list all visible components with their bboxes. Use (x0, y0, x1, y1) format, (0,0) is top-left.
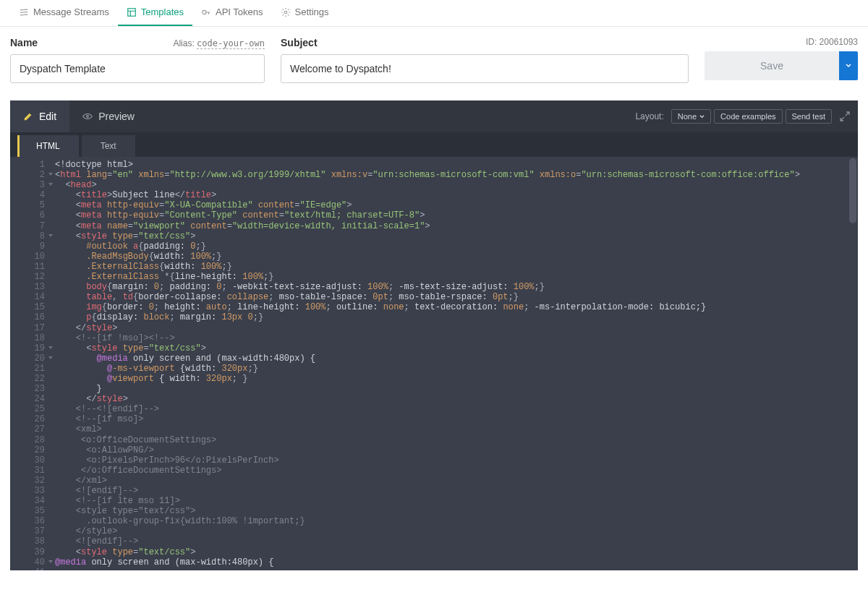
name-input[interactable] (10, 54, 265, 83)
expand-icon[interactable] (839, 111, 851, 122)
nav-item-api-tokens[interactable]: API Tokens (192, 0, 272, 26)
editor-panel: Edit Preview Layout: None Code examples … (10, 100, 858, 570)
svg-point-3 (87, 116, 89, 118)
key-icon (201, 7, 211, 17)
editor-toolbar: Edit Preview Layout: None Code examples … (10, 100, 858, 132)
caret-down-icon (846, 63, 851, 69)
tab-preview[interactable]: Preview (69, 100, 148, 132)
nav-label: API Tokens (216, 7, 263, 17)
nav-label: Message Streams (33, 7, 109, 17)
subject-label: Subject (281, 37, 318, 48)
subject-field-group: Subject (281, 37, 689, 83)
code-content[interactable]: <!doctype html><html lang="en" xmlns="ht… (51, 157, 858, 570)
line-gutter: 1234567891011121314151617181920212223242… (10, 157, 51, 570)
template-icon (127, 7, 137, 17)
subject-input[interactable] (281, 54, 689, 83)
code-editor[interactable]: 1234567891011121314151617181920212223242… (10, 157, 858, 570)
nav-item-message-streams[interactable]: Message Streams (10, 0, 118, 26)
subtab-html[interactable]: HTML (17, 135, 79, 157)
code-examples-button[interactable]: Code examples (714, 109, 782, 124)
gear-icon (281, 7, 291, 17)
stream-icon (19, 7, 29, 17)
nav-label: Templates (141, 7, 184, 17)
name-label: Name (10, 37, 38, 48)
editor-subtabs: HTML Text (10, 132, 858, 157)
template-id: ID: 20061093 (705, 37, 858, 47)
save-button[interactable]: Save (705, 51, 839, 80)
nav-label: Settings (295, 7, 329, 17)
nav-item-settings[interactable]: Settings (272, 0, 338, 26)
pencil-icon (23, 111, 33, 121)
name-field-group: Name Alias: code-your-own (10, 37, 265, 83)
alias-display: Alias: code-your-own (173, 38, 265, 48)
svg-point-1 (203, 10, 206, 14)
eye-icon (82, 111, 93, 121)
save-dropdown-button[interactable] (839, 51, 858, 80)
scrollbar-thumb[interactable] (849, 158, 856, 223)
svg-point-2 (284, 11, 287, 14)
nav-item-templates[interactable]: Templates (118, 0, 192, 26)
caret-down-icon (699, 114, 705, 119)
layout-select[interactable]: None (671, 109, 711, 124)
svg-rect-0 (128, 8, 136, 16)
template-form: Name Alias: code-your-own Subject ID: 20… (0, 27, 868, 86)
tab-edit[interactable]: Edit (10, 100, 69, 132)
top-nav: Message Streams Templates API Tokens Set… (0, 0, 868, 27)
save-group: ID: 20061093 Save (705, 37, 858, 80)
layout-label: Layout: (635, 111, 663, 121)
send-test-button[interactable]: Send test (786, 109, 832, 124)
subtab-text[interactable]: Text (82, 135, 135, 157)
alias-link[interactable]: code-your-own (197, 38, 265, 49)
